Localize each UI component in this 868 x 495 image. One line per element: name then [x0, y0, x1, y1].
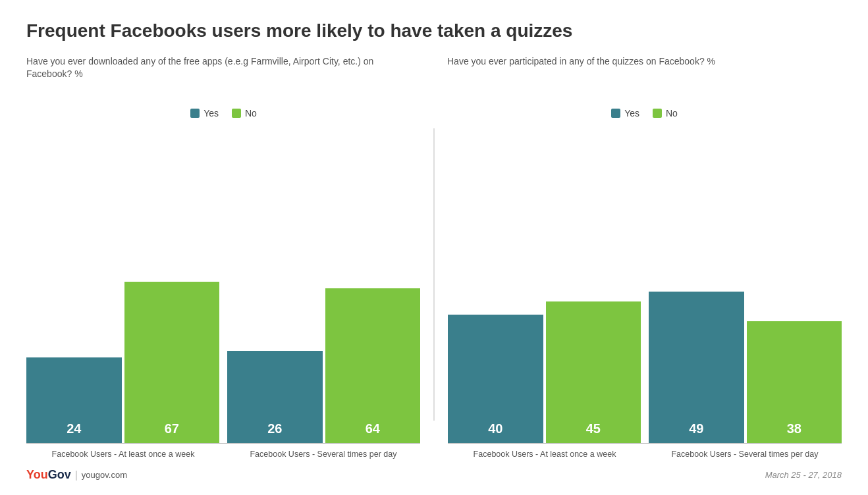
right-bars: 40 45 49 38 [448, 272, 842, 443]
left-bars: 24 67 26 64 [26, 272, 420, 443]
right-g2-yes-bar: 49 [649, 292, 744, 443]
left-group-1: 24 67 [26, 282, 219, 443]
legend-no-label-right: No [666, 108, 678, 118]
legend-no-label: No [245, 108, 257, 118]
left-question: Have you ever downloaded any of the free… [26, 55, 421, 101]
legend-no: No [232, 108, 257, 118]
brand-container: YouGov | yougov.com [26, 468, 127, 482]
left-x-labels: Facebook Users - At least once a week Fa… [26, 449, 420, 461]
logo-separator: | [75, 469, 78, 481]
left-group-2: 26 64 [227, 288, 420, 443]
legend-no-color-right [653, 109, 662, 118]
legend-no-color [232, 109, 241, 118]
yougov-url: yougov.com [82, 470, 127, 480]
right-g1-no-bar: 45 [546, 301, 641, 443]
legend-yes-label-right: Yes [624, 108, 639, 118]
date-label: March 25 - 27, 2018 [765, 470, 842, 480]
right-g1-yes-bar: 40 [448, 315, 543, 443]
left-label-1: Facebook Users - At least once a week [26, 449, 220, 461]
legend-yes-color-right [611, 109, 620, 118]
yougov-logo: YouGov [26, 468, 71, 482]
right-group-1: 40 45 [448, 301, 641, 443]
chart-title: Frequent Facebooks users more likely to … [26, 20, 842, 42]
right-label-1: Facebook Users - At least once a week [448, 449, 641, 461]
section-divider [433, 128, 435, 421]
left-g2-yes-bar: 26 [227, 351, 323, 443]
legend-yes-right: Yes [611, 108, 639, 118]
left-g2-no-bar: 64 [325, 288, 421, 443]
left-x-axis [26, 443, 420, 444]
logo-gov: Gov [48, 468, 71, 481]
legend-yes-label: Yes [203, 108, 219, 118]
right-question: Have you ever participated in any of the… [447, 55, 842, 101]
right-x-axis [448, 443, 842, 444]
right-x-labels: Facebook Users - At least once a week Fa… [448, 449, 842, 461]
right-group-2: 49 38 [649, 292, 842, 443]
legend-yes: Yes [190, 108, 219, 118]
right-label-2: Facebook Users - Several times per day [648, 449, 842, 461]
left-label-2: Facebook Users - Several times per day [227, 449, 420, 461]
footer: YouGov | yougov.com March 25 - 27, 2018 [26, 468, 842, 482]
left-g1-yes-bar: 24 [26, 357, 122, 443]
right-g2-no-bar: 38 [747, 321, 842, 443]
legend-yes-color [190, 109, 200, 118]
legend-no-right: No [653, 108, 678, 118]
left-g1-no-bar: 67 [124, 282, 220, 443]
logo-you: You [26, 468, 48, 481]
